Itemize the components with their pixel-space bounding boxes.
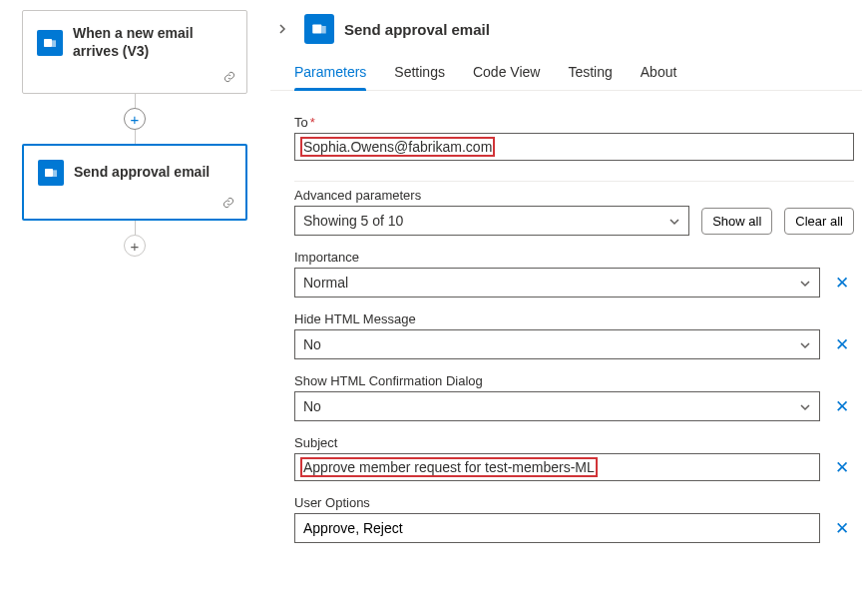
remove-user-options-button[interactable]: ✕ [830,516,854,540]
advanced-params-label: Advanced parameters [294,188,854,203]
to-label: To* [294,115,854,130]
flow-canvas: When a new email arrives (V3) + Send app… [0,0,269,599]
outlook-icon [38,160,64,186]
show-conf-label: Show HTML Confirmation Dialog [294,373,854,388]
tab-parameters[interactable]: Parameters [294,64,366,90]
tab-about[interactable]: About [641,64,677,90]
connector: + [8,221,261,257]
divider [294,181,854,182]
outlook-icon [304,14,334,44]
trigger-node[interactable]: When a new email arrives (V3) [22,10,247,94]
subject-label: Subject [294,435,854,450]
parameters-form: To* Sophia.Owens@fabrikam.com Advanced p… [270,91,862,543]
remove-show-conf-button[interactable]: ✕ [830,394,854,418]
svg-rect-0 [44,39,52,47]
collapse-chevron-icon[interactable] [270,23,294,35]
chevron-down-icon [799,277,811,289]
trigger-title: When a new email arrives (V3) [73,25,232,60]
remove-subject-button[interactable]: ✕ [830,455,854,479]
user-options-label: User Options [294,495,854,510]
hide-html-label: Hide HTML Message [294,311,854,326]
tab-testing[interactable]: Testing [568,64,612,90]
show-conf-select[interactable]: No [294,391,820,421]
action-title: Send approval email [74,164,210,182]
show-all-button[interactable]: Show all [701,208,772,235]
tab-code-view[interactable]: Code View [473,64,540,90]
svg-rect-2 [312,25,321,34]
link-icon [221,196,235,213]
connector: + [8,94,261,144]
insert-step-button[interactable]: + [124,108,146,130]
panel-title: Send approval email [344,21,490,38]
advanced-params-select[interactable]: Showing 5 of 10 [294,206,689,236]
chevron-down-icon [668,215,680,227]
subject-value-highlight: Approve member request for test-members-… [300,457,598,477]
link-icon [222,70,236,87]
tab-bar: Parameters Settings Code View Testing Ab… [270,46,862,91]
subject-input[interactable]: Approve member request for test-members-… [294,453,820,481]
user-options-input[interactable] [294,513,820,543]
to-input[interactable]: Sophia.Owens@fabrikam.com [294,133,854,161]
chevron-down-icon [799,400,811,412]
remove-importance-button[interactable]: ✕ [830,271,854,295]
details-panel: Send approval email Parameters Settings … [269,0,868,599]
outlook-icon [37,30,63,56]
svg-rect-1 [45,169,53,177]
importance-label: Importance [294,250,854,265]
importance-select[interactable]: Normal [294,268,820,298]
clear-all-button[interactable]: Clear all [784,208,854,235]
add-step-button[interactable]: + [124,235,146,257]
advanced-params-value: Showing 5 of 10 [303,213,403,229]
remove-hide-html-button[interactable]: ✕ [830,332,854,356]
to-value-highlight: Sophia.Owens@fabrikam.com [300,137,495,157]
action-node[interactable]: Send approval email [22,144,247,221]
chevron-down-icon [799,338,811,350]
tab-settings[interactable]: Settings [394,64,445,90]
hide-html-select[interactable]: No [294,329,820,359]
